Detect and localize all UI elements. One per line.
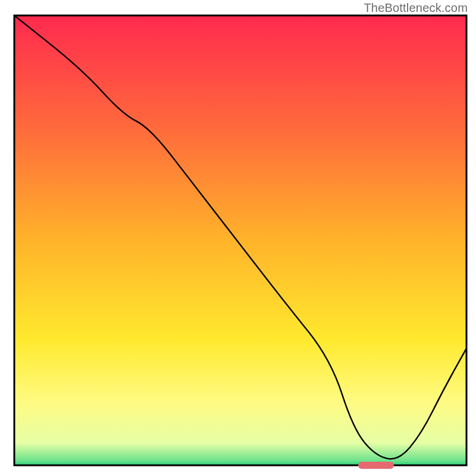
bottleneck-chart (0, 0, 476, 476)
chart-container: TheBottleneck.com (0, 0, 476, 476)
plot-background-gradient (14, 15, 466, 465)
optimal-zone-marker (358, 462, 394, 469)
watermark-label: TheBottleneck.com (364, 1, 468, 15)
